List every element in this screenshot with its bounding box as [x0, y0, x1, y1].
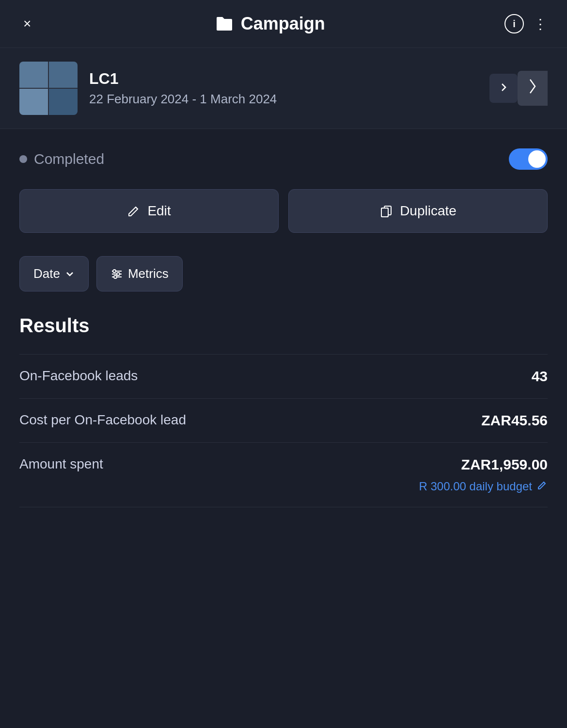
status-dot: [19, 155, 27, 163]
thumb-cell-1: [19, 62, 48, 88]
header-left: ×: [19, 15, 35, 32]
svg-point-6: [113, 270, 116, 273]
result-value-leads: 43: [532, 368, 548, 385]
nav-arrows: [489, 71, 548, 106]
status-label: Completed: [34, 151, 104, 167]
campaign-name: LC1: [89, 70, 478, 88]
status-left: Completed: [19, 151, 104, 167]
main-content: Completed Edit Duplicate D: [0, 129, 567, 527]
header-right: i ⋮: [504, 14, 548, 33]
status-row: Completed: [19, 148, 548, 170]
result-value-spent: ZAR1,959.00: [461, 456, 548, 473]
svg-point-7: [117, 273, 120, 275]
thumb-cell-4: [49, 89, 78, 115]
results-title: Results: [19, 315, 548, 337]
thumb-cell-2: [49, 62, 78, 88]
budget-text: R 300.00 daily budget: [419, 480, 532, 493]
campaign-info: LC1 22 February 2024 - 1 March 2024: [89, 70, 478, 107]
date-label: Date: [33, 266, 60, 281]
result-row-leads: On-Facebook leads 43: [19, 354, 548, 399]
folder-icon: [215, 15, 234, 32]
budget-note: R 300.00 daily budget: [19, 480, 548, 493]
toggle-wrap: [509, 148, 548, 170]
results-section: Results On-Facebook leads 43 Cost per On…: [19, 315, 548, 507]
result-label-spent: Amount spent: [19, 456, 461, 472]
header-center: Campaign: [35, 14, 504, 34]
campaign-thumbnail: [19, 62, 78, 115]
close-button[interactable]: ×: [19, 15, 35, 32]
edit-budget-icon[interactable]: [537, 480, 548, 493]
svg-rect-1: [381, 208, 388, 217]
header-title: Campaign: [241, 14, 325, 34]
result-label-cost: Cost per On-Facebook lead: [19, 412, 481, 428]
edit-label: Edit: [147, 203, 171, 219]
svg-point-8: [114, 275, 117, 278]
campaign-dates: 22 February 2024 - 1 March 2024: [89, 92, 478, 107]
edit-button[interactable]: Edit: [19, 189, 279, 233]
result-row-cost: Cost per On-Facebook lead ZAR45.56: [19, 399, 548, 443]
nav-forward-button[interactable]: [489, 74, 518, 103]
header: × Campaign i ⋮: [0, 0, 567, 48]
result-label-leads: On-Facebook leads: [19, 368, 532, 384]
info-button[interactable]: i: [504, 14, 524, 33]
duplicate-label: Duplicate: [400, 203, 457, 219]
campaign-card: LC1 22 February 2024 - 1 March 2024: [0, 48, 567, 129]
thumb-cell-3: [19, 89, 48, 115]
toggle-knob: [528, 150, 546, 168]
duplicate-button[interactable]: Duplicate: [288, 189, 548, 233]
results-table: On-Facebook leads 43 Cost per On-Faceboo…: [19, 354, 548, 507]
metrics-filter-button[interactable]: Metrics: [96, 256, 183, 291]
date-filter-button[interactable]: Date: [19, 256, 89, 291]
status-toggle[interactable]: [509, 148, 548, 170]
result-row-spent: Amount spent ZAR1,959.00 R 300.00 daily …: [19, 443, 548, 507]
more-options-button[interactable]: ⋮: [534, 16, 548, 32]
filter-buttons: Date Metrics: [19, 256, 548, 291]
metrics-label: Metrics: [128, 266, 169, 281]
action-buttons: Edit Duplicate: [19, 189, 548, 233]
nav-chevron-button[interactable]: [518, 71, 548, 106]
result-value-cost: ZAR45.56: [481, 412, 548, 429]
